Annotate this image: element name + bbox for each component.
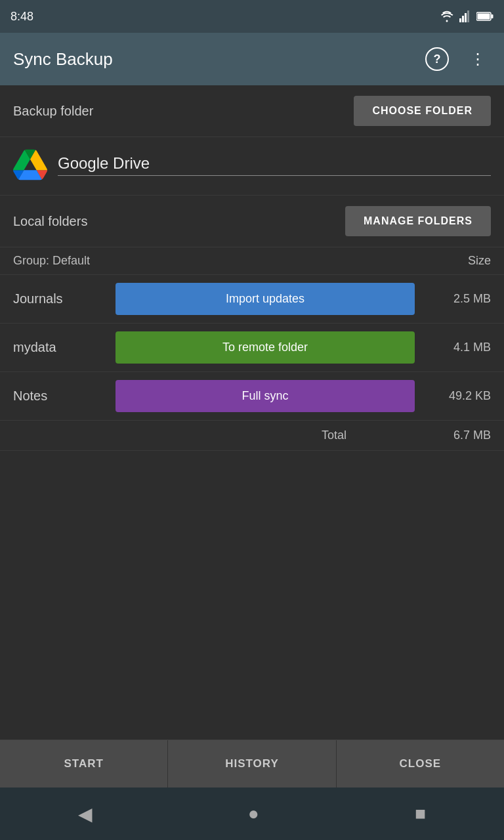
status-bar: 8:48 xyxy=(0,0,504,33)
backup-folder-label: Backup folder xyxy=(13,104,354,119)
svg-rect-5 xyxy=(492,14,494,18)
close-button[interactable]: CLOSE xyxy=(337,740,504,788)
svg-rect-3 xyxy=(467,10,469,22)
group-label: Group: Default xyxy=(13,254,425,268)
app-bar: Sync Backup ? ⋮ xyxy=(0,33,504,85)
help-button[interactable]: ? xyxy=(425,47,449,71)
back-nav-icon[interactable]: ◀ xyxy=(78,803,93,825)
start-button[interactable]: START xyxy=(0,740,168,788)
folder-row-mydata: mydata To remote folder 4.1 MB xyxy=(0,324,504,372)
action-button-mydata[interactable]: To remote folder xyxy=(116,331,415,364)
backup-folder-row: Backup folder CHOOSE FOLDER xyxy=(0,85,504,137)
google-drive-logo xyxy=(13,148,47,182)
main-content: Backup folder CHOOSE FOLDER Google Drive… xyxy=(0,85,504,788)
battery-icon xyxy=(476,12,494,21)
table-header: Group: Default Size xyxy=(0,247,504,275)
drive-service-row: Google Drive xyxy=(0,137,504,196)
local-folders-label: Local folders xyxy=(13,214,345,229)
size-column-header: Size xyxy=(425,254,491,268)
nav-bar: ◀ ● ■ xyxy=(0,788,504,840)
spacer xyxy=(0,451,504,740)
bottom-buttons: START HISTORY CLOSE xyxy=(0,740,504,788)
history-button[interactable]: HISTORY xyxy=(168,740,336,788)
home-nav-icon[interactable]: ● xyxy=(248,803,259,824)
folder-size-journals: 2.5 MB xyxy=(425,292,491,306)
action-button-journals[interactable]: Import updates xyxy=(116,283,415,315)
wifi-icon xyxy=(440,10,454,22)
recent-nav-icon[interactable]: ■ xyxy=(415,803,426,824)
folder-size-notes: 49.2 KB xyxy=(425,389,491,403)
status-time: 8:48 xyxy=(10,10,33,24)
signal-icon xyxy=(459,10,471,22)
folder-name-mydata: mydata xyxy=(13,340,105,355)
folder-name-notes: Notes xyxy=(13,388,105,404)
app-title: Sync Backup xyxy=(13,49,425,70)
folder-size-mydata: 4.1 MB xyxy=(425,341,491,354)
folder-name-journals: Journals xyxy=(13,291,105,306)
action-button-notes[interactable]: Full sync xyxy=(116,380,415,412)
svg-rect-0 xyxy=(459,18,461,22)
status-icons xyxy=(440,10,494,22)
total-size: 6.7 MB xyxy=(425,429,491,442)
folder-row-journals: Journals Import updates 2.5 MB xyxy=(0,275,504,324)
manage-folders-button[interactable]: MANAGE FOLDERS xyxy=(345,206,491,236)
total-row: Total 6.7 MB xyxy=(0,421,504,451)
drive-service-name: Google Drive xyxy=(58,154,491,176)
local-folders-row: Local folders MANAGE FOLDERS xyxy=(0,196,504,247)
total-label: Total xyxy=(13,429,425,442)
folder-row-notes: Notes Full sync 49.2 KB xyxy=(0,372,504,421)
svg-rect-1 xyxy=(462,16,464,22)
choose-folder-button[interactable]: CHOOSE FOLDER xyxy=(354,96,491,126)
more-options-button[interactable]: ⋮ xyxy=(465,46,491,72)
app-bar-actions: ? ⋮ xyxy=(425,46,491,72)
svg-rect-2 xyxy=(465,13,467,22)
svg-rect-6 xyxy=(478,14,490,20)
